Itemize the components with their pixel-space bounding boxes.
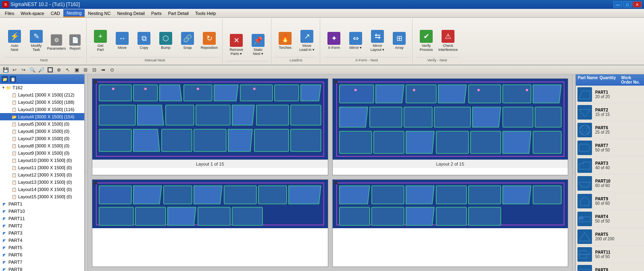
canvas-scroll[interactable]: Layout 1 of 15 [88,74,572,271]
tree-layout4[interactable]: 📂 Layout4 [3000 X 1500] (154) [0,113,84,120]
menu-nesting[interactable]: Nesting [63,9,85,17]
tree-layout12[interactable]: 📋 Layout12 [3000 X 1500] (0) [0,171,84,179]
tree-layout1[interactable]: 📋 Layout1 [3000 X 1500] (212) [0,91,84,99]
qat-zoom-in[interactable]: 🔍 [28,66,36,74]
right-resize-handle[interactable]: ⋮ [572,74,575,271]
part-row-8[interactable]: PART8 100 of 100 [576,263,644,271]
move-button[interactable]: ↔ Move [112,27,133,55]
bump-button[interactable]: ⬡ Bump [155,27,176,55]
qat-btn-10[interactable]: ⊞ [81,66,90,74]
menu-nesting-nc[interactable]: Nesting NC [85,9,114,17]
tree-part1[interactable]: ◤ PART1 [0,200,84,208]
tree-layout8[interactable]: 📋 Layout8 [3000 X 1500] (0) [0,142,84,149]
remove-parts-button[interactable]: ✕ RemoveParts ▾ [226,31,247,59]
layout5-icon: 📋 [11,121,17,127]
qat-btn-11[interactable]: ⊟ [90,66,98,74]
parameters-button[interactable]: ⚙ Parameters [48,30,65,55]
modify-task-button[interactable]: ✎ ModifyTask [26,27,47,55]
tree-layout10[interactable]: 📋 Layout10 [3000 X 1500] (0) [0,157,84,164]
tree-part10[interactable]: ◤ PART10 [0,208,84,215]
part-row-7[interactable]: PART7 50 of 50 [576,139,644,157]
tree-part5[interactable]: ◤ PART5 [0,244,84,251]
static-nest-button[interactable]: 📌 StaticNest ▾ [248,31,269,59]
tree-layout7[interactable]: 📋 Layout7 [3000 X 1500] (0) [0,135,84,142]
qat-redo[interactable]: ↪ [19,66,27,74]
array-button[interactable]: ⊞ Array [389,27,410,55]
tree-container[interactable]: ▼ 📁 T162 📋 Layout1 [3000 X 1500] (212) 📋… [0,84,84,271]
titlebar-title: SigmaNEST 10.2 - (Tut1) [T162] [10,2,80,7]
menu-parts[interactable]: Parts [148,9,165,17]
svg-marker-91 [579,144,590,151]
tree-part7[interactable]: ◤ PART7 [0,258,84,266]
menu-tools-help[interactable]: Tools Help [192,9,219,17]
menu-cad[interactable]: CAD [48,9,63,17]
ribbon-group-manual-nest: + GetPart ↔ Move ⧉ Copy ⬡ Bump 🔗 Snap ↻ … [88,19,223,64]
tree-layout14[interactable]: 📋 Layout14 [3000 X 1500] (0) [0,186,84,193]
check-interference-button[interactable]: ⚠ CheckInterference [438,27,459,55]
layout14-icon: 📋 [11,187,17,192]
xform-button[interactable]: ✦ X-Form [323,27,344,55]
auto-nest-button[interactable]: ⚡ AutoNest [4,27,25,55]
qat-save[interactable]: 💾 [2,66,10,74]
tree-layout15[interactable]: 📋 Layout15 [3000 X 1500] (0) [0,193,84,200]
svg-rect-39 [404,107,432,127]
tree-layout2[interactable]: 📋 Layout2 [3000 X 1500] (188) [0,99,84,106]
torches-button[interactable]: 🔥 Torches [275,27,296,55]
layout-svg-2 [333,79,568,160]
menu-nesting-detail[interactable]: Nesting Detail [114,9,148,17]
copy-button[interactable]: ⧉ Copy [133,27,154,55]
tree-layout3[interactable]: 📋 Layout3 [3000 X 1500] (116) [0,106,84,113]
maximize-button[interactable]: □ [623,1,632,8]
qat-zoom-out[interactable]: 🔎 [37,66,45,74]
snap-button[interactable]: 🔗 Snap [177,27,198,55]
tree-layout9[interactable]: 📋 Layout9 [3000 X 1500] (0) [0,149,84,157]
menu-files[interactable]: Files [2,9,17,17]
qat-pan[interactable]: ⊕ [55,66,63,74]
close-button[interactable]: ✕ [633,1,642,8]
move-lead-in-button[interactable]: ↗ MoveLead-in ▾ [296,27,317,55]
mirror-layout-button[interactable]: ⇆ MirrorLayout ▾ [367,27,388,55]
qat-select[interactable]: ▣ [73,66,81,74]
tree-part4[interactable]: ◤ PART4 [0,237,84,244]
menu-workspace[interactable]: Work-space [17,9,47,17]
part-row-2[interactable]: PART2 15 of 15 [576,103,644,121]
tree-part11[interactable]: ◤ PART11 [0,215,84,222]
tree-part8[interactable]: ◤ PART8 [0,266,84,271]
part7-qty: 50 of 50 [595,148,622,152]
part-row-6[interactable]: PART6 25 of 25 [576,121,644,139]
part-row-5[interactable]: PART5 200 of 200 [576,228,644,246]
qat-btn-13[interactable]: ⊙ [108,66,116,74]
qat-home[interactable]: ↖ [64,66,72,74]
part-row-4[interactable]: PART4 50 of 50 [576,210,644,228]
verify-process-button[interactable]: ✔ Verify Process [416,27,437,55]
svg-rect-68 [232,207,263,225]
svg-rect-61 [224,186,256,204]
tree-layout11[interactable]: 📋 Layout11 [3000 X 1500] (0) [0,164,84,171]
part-row-10[interactable]: PART10 60 of 60 [576,174,644,192]
part-row-1[interactable]: PART1 20 of 20 [576,86,644,103]
tree-root[interactable]: ▼ 📁 T162 [0,84,84,91]
left-resize-handle[interactable]: ⋮ [85,74,88,271]
tree-part6[interactable]: ◤ PART6 [0,251,84,258]
tree-layout6[interactable]: 📋 Layout6 [3000 X 1500] (0) [0,128,84,135]
get-part-button[interactable]: + GetPart [90,27,111,55]
qat-undo[interactable]: ↩ [10,66,19,74]
mirror-button[interactable]: ⇔ Mirror ▾ [345,27,366,55]
part10-icon: ◤ [2,208,7,214]
tree-part2[interactable]: ◤ PART2 [0,222,84,229]
parts-list[interactable]: PART1 20 of 20 PART2 15 of 15 [576,86,644,271]
reposition-button[interactable]: ↻ Reposition [199,27,220,55]
svg-rect-89 [580,129,582,131]
part-row-3[interactable]: PART3 40 of 40 [576,157,644,174]
part-row-9[interactable]: PART9 60 of 60 [576,192,644,210]
report-button[interactable]: 📄 Report [66,30,84,55]
ribbon-group-manual-label: Manual Nest [90,57,220,63]
tree-part3[interactable]: ◤ PART3 [0,229,84,237]
qat-fit[interactable]: 🔲 [46,66,54,74]
qat-btn-12[interactable]: ➡ [99,66,107,74]
part-row-11[interactable]: PART11 50 of 50 [576,246,644,263]
tree-layout13[interactable]: 📋 Layout13 [3000 X 1500] (0) [0,179,84,186]
tree-layout5[interactable]: 📋 Layout5 [3000 X 1500] (0) [0,120,84,128]
minimize-button[interactable]: — [613,1,622,8]
menu-part-detail[interactable]: Part Detail [165,9,192,17]
